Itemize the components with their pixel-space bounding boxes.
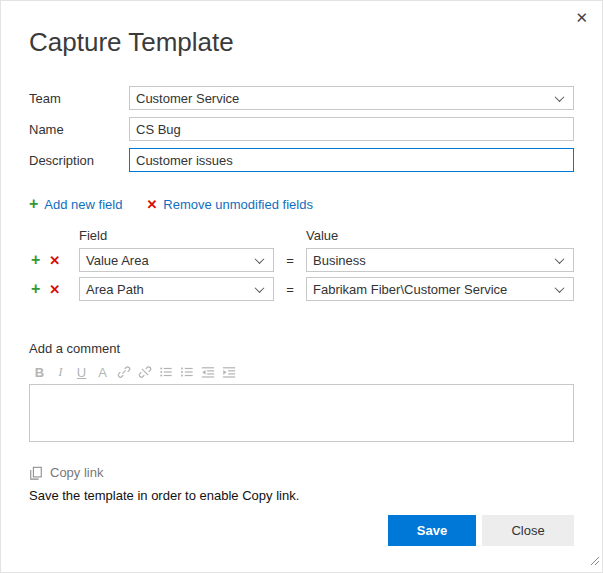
value-dropdown[interactable]: Fabrikam Fiber\Customer Service — [306, 277, 574, 301]
name-label: Name — [29, 122, 129, 137]
close-button[interactable]: Close — [482, 515, 574, 546]
chevron-down-icon — [255, 254, 265, 264]
chevron-down-icon — [555, 283, 565, 293]
remove-row-icon[interactable]: ✕ — [49, 283, 60, 296]
team-row: Team Customer Service — [29, 86, 574, 110]
remove-icon: ✕ — [146, 198, 157, 211]
save-hint-text: Save the template in order to enable Cop… — [29, 488, 574, 503]
copy-icon — [29, 466, 43, 480]
copy-link-label: Copy link — [50, 465, 103, 480]
field-dropdown[interactable]: Value Area — [79, 248, 274, 272]
comment-toolbar: B I U A — [29, 363, 574, 381]
field-grid-headers: Field Value — [29, 228, 574, 243]
remove-row-icon[interactable]: ✕ — [49, 254, 60, 267]
value-column-header: Value — [306, 228, 338, 243]
plus-icon: + — [29, 196, 38, 212]
field-actions: + Add new field ✕ Remove unmodified fiel… — [29, 196, 574, 212]
bold-icon[interactable]: B — [29, 363, 50, 381]
team-label: Team — [29, 91, 129, 106]
value-dropdown-value: Business — [313, 253, 366, 268]
field-column-header: Field — [79, 228, 274, 243]
text-color-icon[interactable]: A — [92, 363, 113, 381]
italic-icon[interactable]: I — [50, 363, 71, 381]
team-dropdown-value: Customer Service — [136, 91, 239, 106]
equals-sign: = — [274, 253, 306, 268]
equals-sign: = — [274, 282, 306, 297]
add-row-icon[interactable]: + — [31, 252, 40, 268]
copy-link-button[interactable]: Copy link — [29, 465, 574, 480]
chevron-down-icon — [555, 254, 565, 264]
field-row: + ✕ Value Area = Business — [29, 248, 574, 272]
team-dropdown[interactable]: Customer Service — [129, 86, 574, 110]
field-dropdown-value: Value Area — [86, 253, 149, 268]
description-label: Description — [29, 153, 129, 168]
value-dropdown[interactable]: Business — [306, 248, 574, 272]
resize-handle[interactable] — [589, 552, 600, 570]
save-button[interactable]: Save — [388, 515, 476, 546]
capture-template-dialog: ✕ Capture Template Team Customer Service… — [0, 0, 603, 573]
add-new-field-link[interactable]: + Add new field — [29, 196, 122, 212]
chevron-down-icon — [255, 283, 265, 293]
field-dropdown[interactable]: Area Path — [79, 277, 274, 301]
unlink-icon[interactable] — [134, 363, 155, 381]
underline-icon[interactable]: U — [71, 363, 92, 381]
remove-unmodified-fields-link[interactable]: ✕ Remove unmodified fields — [146, 197, 312, 212]
comment-textarea[interactable] — [29, 384, 574, 442]
field-dropdown-value: Area Path — [86, 282, 144, 297]
numbered-list-icon[interactable] — [176, 363, 197, 381]
page-title: Capture Template — [29, 27, 574, 58]
description-row: Description — [29, 148, 574, 172]
close-icon[interactable]: ✕ — [575, 10, 588, 25]
chevron-down-icon — [555, 92, 565, 102]
dialog-buttons: Save Close — [388, 515, 574, 546]
value-dropdown-value: Fabrikam Fiber\Customer Service — [313, 282, 507, 297]
link-icon[interactable] — [113, 363, 134, 381]
name-input[interactable] — [129, 117, 574, 141]
field-row: + ✕ Area Path = Fabrikam Fiber\Customer … — [29, 277, 574, 301]
outdent-icon[interactable] — [197, 363, 218, 381]
add-row-icon[interactable]: + — [31, 281, 40, 297]
indent-icon[interactable] — [218, 363, 239, 381]
add-new-field-label: Add new field — [44, 197, 122, 212]
name-row: Name — [29, 117, 574, 141]
add-comment-label: Add a comment — [29, 341, 574, 356]
description-input[interactable] — [129, 148, 574, 172]
remove-unmodified-fields-label: Remove unmodified fields — [163, 197, 313, 212]
bullet-list-icon[interactable] — [155, 363, 176, 381]
